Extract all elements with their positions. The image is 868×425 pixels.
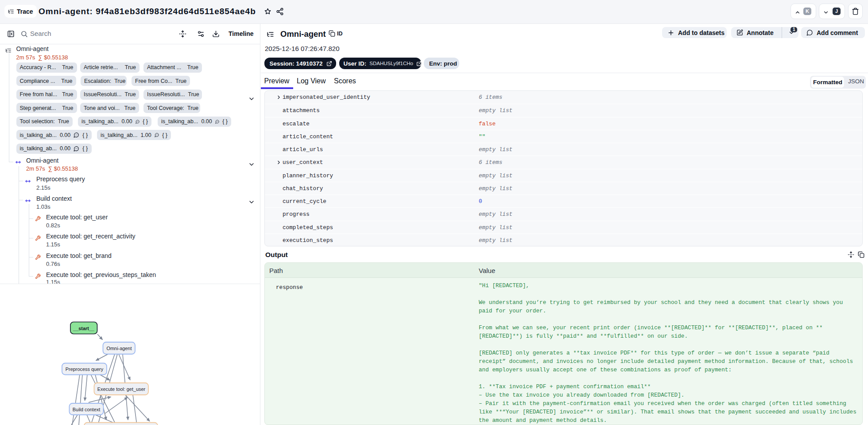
svg-text:Omni-agent: Omni-agent bbox=[107, 346, 132, 351]
svg-text:Execute tool: get_user: Execute tool: get_user bbox=[97, 386, 146, 392]
svg-text:Preprocess query: Preprocess query bbox=[66, 367, 104, 372]
svg-text:__start__: __start__ bbox=[73, 326, 95, 331]
svg-text:Build context: Build context bbox=[73, 407, 100, 412]
